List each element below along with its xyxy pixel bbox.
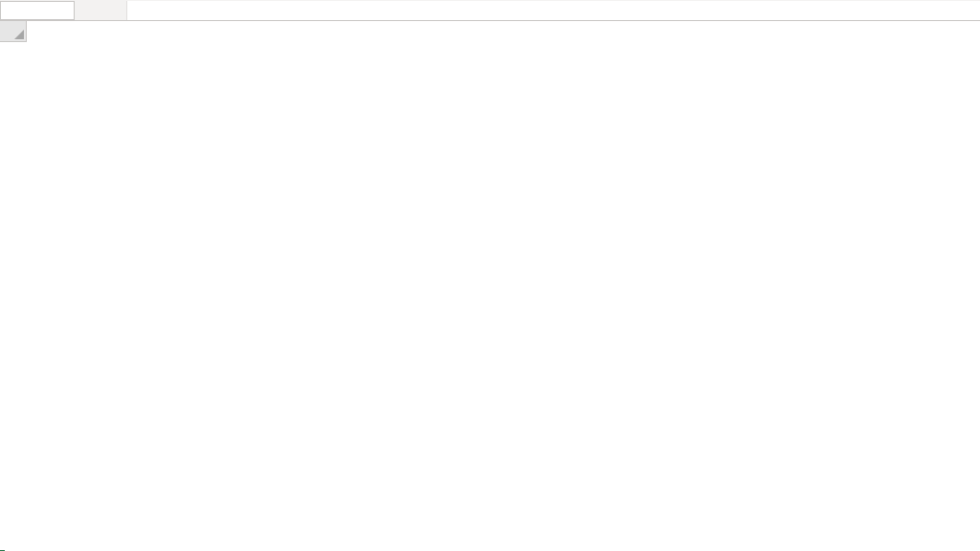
spreadsheet-grid[interactable] — [0, 21, 980, 551]
formula-input[interactable] — [126, 1, 980, 20]
name-box[interactable] — [0, 1, 75, 20]
select-all-corner[interactable] — [0, 21, 27, 42]
formula-bar — [0, 0, 980, 21]
